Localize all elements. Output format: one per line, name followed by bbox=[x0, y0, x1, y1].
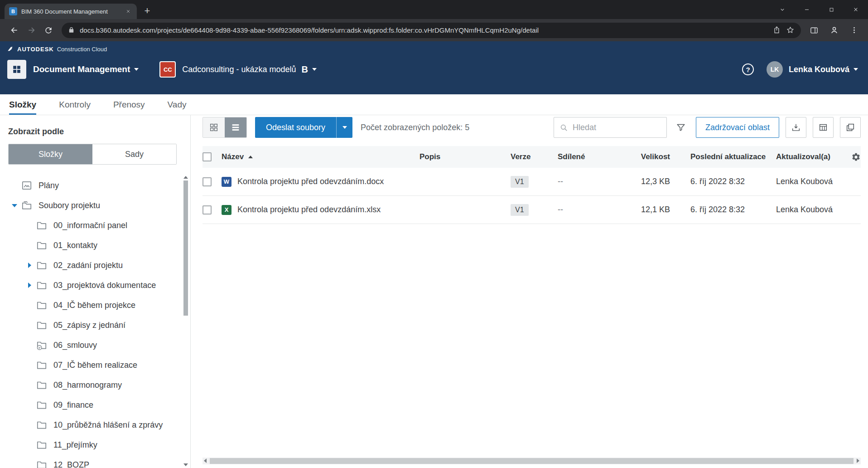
user-avatar[interactable]: LK bbox=[767, 61, 783, 78]
tab-vady[interactable]: Vady bbox=[168, 94, 187, 115]
filter-icon[interactable] bbox=[670, 117, 691, 138]
table-row[interactable]: X Kontrola projektu před odevzdáním.xlsx… bbox=[203, 196, 861, 224]
tree-item[interactable]: 12_BOZP bbox=[8, 455, 177, 468]
scroll-right-icon[interactable] bbox=[857, 458, 859, 463]
folder-icon bbox=[36, 459, 48, 468]
brand-autodesk: AUTODESK bbox=[17, 46, 54, 53]
side-panel-icon[interactable] bbox=[805, 22, 823, 39]
folder-icon bbox=[36, 359, 48, 371]
holding-area-button[interactable]: Zadržovací oblast bbox=[696, 117, 779, 138]
tab-slozky[interactable]: Složky bbox=[9, 94, 36, 115]
scroll-up-icon[interactable] bbox=[183, 176, 188, 179]
browser-tab[interactable]: B BIM 360 Document Management bbox=[5, 4, 137, 19]
tab-close-icon[interactable] bbox=[124, 7, 132, 15]
column-posledni-aktualizace[interactable]: Poslední aktualizace bbox=[670, 152, 776, 161]
table-row[interactable]: W Kontrola projektu před odevzdáním.docx… bbox=[203, 168, 861, 196]
project-badge[interactable]: CC bbox=[159, 61, 176, 78]
items-count-text: Počet zobrazených položek: 5 bbox=[361, 123, 469, 132]
brand-construction-cloud: Construction Cloud bbox=[57, 46, 107, 53]
column-popis[interactable]: Popis bbox=[420, 152, 511, 161]
column-nazev[interactable]: Název bbox=[222, 152, 420, 161]
user-dropdown-caret-icon[interactable] bbox=[854, 68, 858, 71]
column-aktualizoval[interactable]: Aktualizoval(a) bbox=[776, 152, 847, 161]
caret-right-icon[interactable] bbox=[28, 283, 31, 288]
upload-button[interactable]: Odeslat soubory bbox=[255, 117, 336, 138]
project-files-icon bbox=[21, 200, 33, 211]
upload-button-group: Odeslat soubory bbox=[255, 117, 352, 138]
toggle-folders[interactable]: Složky bbox=[9, 144, 92, 164]
column-verze[interactable]: Verze bbox=[511, 152, 558, 161]
last-updated: 6. říj 2022 8:32 bbox=[670, 205, 776, 214]
profile-icon[interactable] bbox=[825, 22, 843, 39]
caret-down-icon[interactable] bbox=[12, 204, 17, 207]
toggle-sets[interactable]: Sady bbox=[92, 144, 176, 164]
module-dropdown-caret-icon[interactable] bbox=[134, 68, 139, 71]
tab-kontroly[interactable]: Kontroly bbox=[59, 94, 91, 115]
browser-menu-icon[interactable] bbox=[845, 22, 863, 39]
tree-item[interactable]: 10_průběžná hlášení a zprávy bbox=[8, 415, 177, 435]
tree-item[interactable]: 00_informační panel bbox=[8, 215, 177, 235]
tree-item-soubory-projektu[interactable]: Soubory projektu bbox=[8, 195, 177, 215]
tree-item[interactable]: 07_IČ během realizace bbox=[8, 355, 177, 375]
horizontal-scrollbar[interactable] bbox=[203, 458, 861, 464]
scroll-down-icon[interactable] bbox=[183, 463, 188, 466]
tab-search-chevron-icon[interactable] bbox=[770, 0, 795, 19]
export-download-icon[interactable] bbox=[786, 117, 806, 138]
refresh-icon[interactable] bbox=[40, 22, 57, 39]
row-checkbox[interactable] bbox=[203, 205, 212, 214]
scrollbar-thumb[interactable] bbox=[210, 458, 854, 464]
sidebar-scrollbar[interactable] bbox=[183, 176, 188, 466]
view-by-label: Zobrazit podle bbox=[8, 127, 177, 136]
caret-right-icon[interactable] bbox=[28, 263, 31, 268]
updated-by: Lenka Koubová bbox=[776, 205, 847, 214]
column-settings-gear-icon[interactable] bbox=[847, 152, 861, 162]
reports-table-icon[interactable] bbox=[813, 117, 834, 138]
tree-item[interactable]: 06_smlouvy bbox=[8, 335, 177, 355]
grid-view-icon[interactable] bbox=[203, 117, 225, 137]
file-name[interactable]: Kontrola projektu před odevzdáním.docx bbox=[237, 177, 384, 186]
version-badge[interactable]: V1 bbox=[511, 204, 529, 216]
tree-item-plany[interactable]: Plány bbox=[8, 176, 177, 195]
tree-item[interactable]: 11_přejímky bbox=[8, 435, 177, 455]
list-view-icon[interactable] bbox=[225, 117, 246, 137]
column-velikost[interactable]: Velikost bbox=[614, 152, 670, 161]
forward-icon[interactable] bbox=[23, 22, 40, 39]
tree-item[interactable]: 03_projektová dokumentace bbox=[8, 275, 177, 295]
scroll-left-icon[interactable] bbox=[204, 458, 207, 463]
file-name[interactable]: Kontrola projektu před odevzdáním.xlsx bbox=[237, 205, 381, 214]
search-box[interactable] bbox=[554, 117, 667, 138]
folder-tree: Plány Soubory projektu 00_informační pan… bbox=[8, 176, 177, 468]
scrollbar-thumb[interactable] bbox=[183, 180, 188, 316]
close-button[interactable] bbox=[844, 0, 868, 19]
stacked-windows-icon[interactable] bbox=[840, 117, 861, 138]
tab-prenosy[interactable]: Přenosy bbox=[113, 94, 145, 115]
upload-dropdown-caret-icon[interactable] bbox=[336, 117, 352, 138]
column-sdilene[interactable]: Sdílené bbox=[558, 152, 614, 161]
tree-item[interactable]: 08_harmonogramy bbox=[8, 375, 177, 395]
select-all-checkbox[interactable] bbox=[203, 152, 212, 161]
folder-icon bbox=[36, 239, 48, 251]
tree-item[interactable]: 02_zadání projektu bbox=[8, 255, 177, 275]
version-badge[interactable]: V1 bbox=[511, 176, 529, 188]
new-tab-button[interactable]: + bbox=[140, 4, 154, 18]
maximize-button[interactable] bbox=[819, 0, 844, 19]
tree-item[interactable]: 04_IČ během projekce bbox=[8, 295, 177, 315]
address-bar[interactable]: docs.b360.autodesk.com/projects/de664408… bbox=[62, 23, 801, 38]
tree-item[interactable]: 05_zápisy z jednání bbox=[8, 315, 177, 335]
bookmark-star-icon[interactable] bbox=[786, 26, 795, 34]
minimize-button[interactable] bbox=[795, 0, 819, 19]
share-icon[interactable] bbox=[772, 26, 781, 34]
search-input[interactable] bbox=[573, 123, 661, 132]
browser-titlebar: B BIM 360 Document Management + bbox=[0, 0, 868, 19]
module-grid-icon[interactable] bbox=[7, 60, 26, 79]
tree-item[interactable]: 09_finance bbox=[8, 395, 177, 415]
app-header: AUTODESK Construction Cloud Document Man… bbox=[0, 41, 868, 94]
help-icon[interactable]: ? bbox=[742, 63, 754, 75]
tree-item[interactable]: 01_kontakty bbox=[8, 235, 177, 255]
project-dropdown-caret-icon[interactable] bbox=[312, 68, 317, 71]
browser-tab-title: BIM 360 Document Management bbox=[21, 8, 120, 15]
shared-value: -- bbox=[558, 205, 614, 214]
row-checkbox[interactable] bbox=[203, 177, 212, 186]
project-name: Cadconsulting - ukázka modelů bbox=[182, 65, 296, 74]
back-icon[interactable] bbox=[5, 22, 23, 39]
